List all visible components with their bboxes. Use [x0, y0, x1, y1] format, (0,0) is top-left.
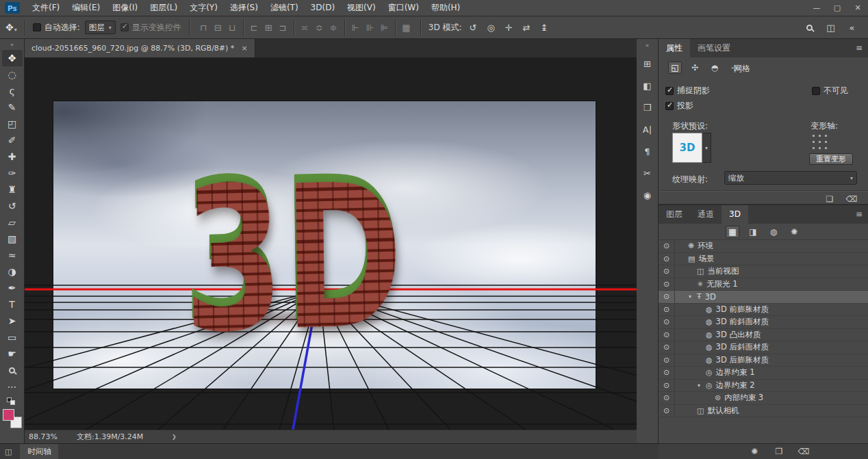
align-bottom-edges-icon[interactable]: ⊔: [226, 21, 239, 34]
filter-meshes-icon[interactable]: ◨: [746, 226, 760, 238]
mesh-icon[interactable]: ◱: [668, 62, 682, 74]
roll-3d-camera-icon[interactable]: ◎: [485, 21, 498, 34]
align-top-edges-icon[interactable]: ⊓: [197, 21, 210, 34]
3d-panel-menu-icon[interactable]: ≡: [850, 205, 868, 224]
marquee-tool[interactable]: ◌: [2, 66, 23, 83]
move-tool[interactable]: ✥: [2, 50, 23, 66]
collapse-options-icon[interactable]: «: [845, 21, 858, 34]
distribute-top-edges-icon[interactable]: ≍: [298, 21, 311, 34]
3d-item-front-inflation-material[interactable]: ⊙◍3D 前膨胀材质: [659, 304, 868, 317]
visibility-eye-icon[interactable]: ⊙: [659, 392, 675, 404]
menu-file[interactable]: 文件(F): [26, 0, 66, 16]
shape-tool[interactable]: ▭: [2, 329, 23, 345]
active-tool-preview[interactable]: ✥ ▾: [5, 22, 17, 33]
adjustments-icon[interactable]: ◧: [639, 77, 656, 94]
visibility-eye-icon[interactable]: ⊙: [659, 341, 675, 354]
close-icon[interactable]: ×: [241, 44, 247, 53]
visibility-eye-icon[interactable]: ⊙: [659, 367, 675, 379]
window-close-button[interactable]: ✕: [847, 0, 868, 16]
pan-3d-camera-icon[interactable]: ✛: [502, 21, 515, 34]
visibility-eye-icon[interactable]: ⊙: [659, 253, 675, 265]
brush-tool[interactable]: ✑: [2, 165, 23, 181]
window-minimize-button[interactable]: —: [806, 0, 827, 16]
properties-panel-menu-icon[interactable]: ≡: [850, 39, 868, 57]
shape-preset-dropdown-arrow-icon[interactable]: ▾: [702, 133, 711, 163]
menu-window[interactable]: 窗口(W): [382, 0, 425, 16]
collapse-toolbar-icon[interactable]: »: [0, 40, 24, 49]
align-horizontal-centers-icon[interactable]: ⊞: [262, 21, 275, 34]
smudge-tool[interactable]: ≈: [2, 247, 23, 263]
3d-item-back-bevel-material[interactable]: ⊙◍3D 后斜面材质: [659, 341, 868, 354]
delete-3d-icon[interactable]: ⌫: [797, 446, 810, 458]
search-icon[interactable]: [803, 21, 816, 34]
reset-deform-button[interactable]: 重置变形: [809, 153, 853, 165]
photoshop-logo[interactable]: Ps: [5, 2, 20, 14]
paragraph-icon[interactable]: ¶: [639, 142, 656, 160]
visibility-eye-icon[interactable]: ⊙: [659, 329, 675, 341]
tab-brush-settings[interactable]: 画笔设置: [690, 39, 738, 57]
clone-source-icon[interactable]: ◉: [639, 186, 656, 204]
toggle-visibility-icon[interactable]: ❏: [823, 193, 837, 205]
gradient-tool[interactable]: ▧: [2, 231, 23, 247]
menu-filter[interactable]: 滤镜(T): [264, 0, 305, 16]
zoom-tool[interactable]: [2, 362, 23, 378]
visibility-eye-icon[interactable]: ⊙: [659, 291, 675, 303]
zoom-level[interactable]: 88.73%: [29, 432, 58, 441]
menu-layer[interactable]: 图层(L): [144, 0, 183, 16]
swatches-icon[interactable]: ⊞: [639, 55, 656, 73]
status-menu-chevron-icon[interactable]: ❯: [170, 434, 177, 440]
auto-select-scope-dropdown[interactable]: 图层 ▾: [85, 21, 116, 34]
hand-tool[interactable]: ☛: [2, 345, 23, 362]
quick-selection-tool[interactable]: ✎: [2, 99, 23, 116]
invisible-checkbox[interactable]: 不可见: [812, 85, 848, 96]
delete-properties-icon[interactable]: ⌫: [845, 193, 858, 205]
tab-layers[interactable]: 图层: [659, 205, 690, 224]
eraser-tool[interactable]: ▱: [2, 214, 23, 231]
shape-preset-thumbnail[interactable]: 3D ▾: [672, 133, 711, 163]
default-colors-icon[interactable]: [7, 397, 18, 406]
visibility-eye-icon[interactable]: ⊙: [659, 354, 675, 367]
foreground-color-swatch[interactable]: [3, 409, 14, 421]
3d-item-3d-mesh[interactable]: ⊙▾Ŧ3D: [659, 291, 868, 304]
dodge-tool[interactable]: ◑: [2, 263, 23, 280]
3d-item-boundary-constraint-1[interactable]: ⊙◎边界约束 1: [659, 367, 868, 380]
3d-text-object[interactable]: 3D 3D: [182, 157, 404, 360]
zoom-3d-camera-icon[interactable]: ↨: [538, 21, 551, 34]
collapse-chevron-icon[interactable]: ▾: [695, 382, 702, 389]
cap-icon[interactable]: ◓: [708, 62, 722, 74]
crop-tool[interactable]: ◰: [2, 116, 23, 132]
new-light-icon[interactable]: ✺: [748, 446, 761, 458]
show-transform-checkbox[interactable]: 显示变换控件: [120, 22, 181, 34]
collapse-chevron-icon[interactable]: ▾: [687, 293, 693, 300]
3d-item-boundary-constraint-2[interactable]: ⊙▾◎边界约束 2: [659, 380, 868, 393]
align-left-edges-icon[interactable]: ⊏: [248, 21, 261, 34]
timeline-tab[interactable]: 时间轴: [20, 444, 58, 459]
visibility-eye-icon[interactable]: ⊙: [659, 380, 675, 392]
3d-item-infinite-light-1[interactable]: ⊙✳无限光 1: [659, 278, 868, 291]
3d-item-extrusion-material[interactable]: ⊙◍3D 凸出材质: [659, 329, 868, 342]
distribute-horizontal-centers-icon[interactable]: ⊪: [363, 21, 376, 34]
visibility-eye-icon[interactable]: ⊙: [659, 265, 675, 278]
3d-item-environment[interactable]: ⊙❋环境: [659, 240, 868, 253]
healing-brush-tool[interactable]: ✚: [2, 148, 23, 165]
tab-3d[interactable]: 3D: [722, 205, 748, 224]
pen-tool[interactable]: ✒: [2, 280, 23, 296]
distribute-bottom-edges-icon[interactable]: ≑: [327, 21, 340, 34]
filter-whole-scene-icon[interactable]: ▦: [726, 226, 739, 238]
3d-item-current-view[interactable]: ⊙◫当前视图: [659, 265, 868, 278]
visibility-eye-icon[interactable]: ⊙: [659, 304, 675, 316]
libraries-icon[interactable]: ❒: [639, 99, 656, 116]
workspace-switcher-icon[interactable]: ◫: [824, 21, 837, 34]
tab-channels[interactable]: 通道: [690, 205, 722, 224]
filter-materials-icon[interactable]: ◍: [767, 226, 780, 238]
menu-view[interactable]: 视图(V): [341, 0, 382, 16]
timeline-panel-icon[interactable]: ◫: [5, 447, 12, 456]
distribute-vertical-centers-icon[interactable]: ≎: [313, 21, 326, 34]
menu-edit[interactable]: 编辑(E): [66, 0, 106, 16]
menu-image[interactable]: 图像(I): [106, 0, 144, 16]
lasso-tool[interactable]: ς: [2, 83, 23, 99]
filter-lights-icon[interactable]: ✺: [787, 226, 801, 238]
3d-item-scene[interactable]: ⊙▤场景: [659, 253, 868, 266]
deform-icon[interactable]: ✣: [688, 62, 702, 74]
canvas[interactable]: 3D 3D: [25, 57, 637, 430]
